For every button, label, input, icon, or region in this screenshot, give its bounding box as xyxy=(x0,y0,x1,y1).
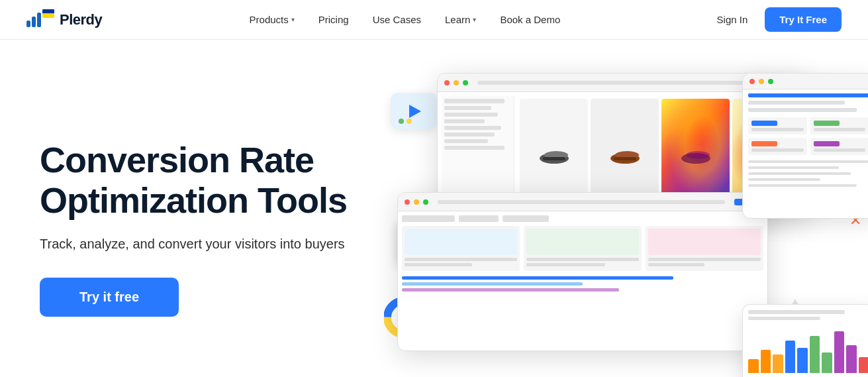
nav-actions: Sign In Try It Free xyxy=(708,7,842,32)
chevron-down-icon: ▾ xyxy=(473,16,476,23)
ukraine-flag xyxy=(42,9,54,18)
svg-point-10 xyxy=(686,151,710,159)
nav-use-cases[interactable]: Use Cases xyxy=(363,9,430,30)
logo-icon xyxy=(26,13,54,27)
logo-bar-3 xyxy=(37,13,41,27)
hero-content: Conversion Rate Optimization Tools Track… xyxy=(40,140,410,317)
nav-book-demo[interactable]: Book a Demo xyxy=(491,9,569,30)
logo[interactable]: Plerdy xyxy=(26,11,102,28)
hero-subtitle: Track, analyze, and convert your visitor… xyxy=(40,235,358,254)
analytics-dashboard xyxy=(397,192,768,351)
hero-visuals: + xyxy=(410,60,868,377)
stats-panel xyxy=(742,73,868,219)
play-icon xyxy=(409,105,421,118)
nav-links: Products ▾ Pricing Use Cases Learn ▾ Boo… xyxy=(240,9,570,30)
svg-rect-5 xyxy=(543,157,565,160)
hero-section: Conversion Rate Optimization Tools Track… xyxy=(0,40,868,377)
logo-text: Plerdy xyxy=(60,11,102,28)
try-free-button[interactable]: Try It Free xyxy=(765,7,842,32)
nav-products[interactable]: Products ▾ xyxy=(240,9,304,30)
hero-title: Conversion Rate Optimization Tools xyxy=(40,140,410,220)
nav-pricing[interactable]: Pricing xyxy=(309,9,358,30)
chevron-down-icon: ▾ xyxy=(291,16,295,23)
sign-in-button[interactable]: Sign In xyxy=(708,9,757,30)
nav-learn[interactable]: Learn ▾ xyxy=(436,9,485,30)
svg-rect-8 xyxy=(614,157,636,160)
video-card-decoration xyxy=(391,93,437,129)
logo-bar-1 xyxy=(26,21,30,27)
navbar: Plerdy Products ▾ Pricing Use Cases Lear… xyxy=(0,0,868,40)
chart-panel xyxy=(742,304,868,377)
hero-cta-button[interactable]: Try it free xyxy=(40,278,179,317)
logo-bar-2 xyxy=(32,17,36,27)
